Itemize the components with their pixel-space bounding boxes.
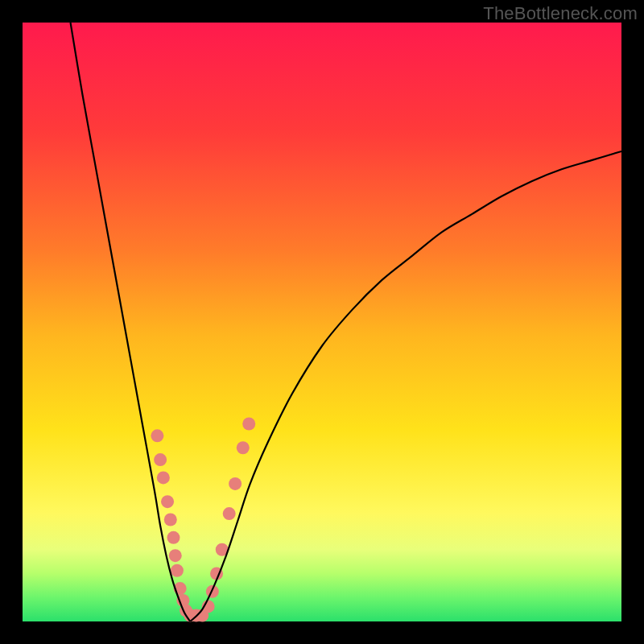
data-marker: [242, 417, 255, 430]
chart-frame: TheBottleneck.com: [0, 0, 644, 644]
data-marker: [151, 429, 163, 442]
data-marker: [229, 477, 242, 490]
data-marker: [171, 564, 184, 577]
data-marker: [161, 495, 174, 508]
data-marker: [157, 471, 170, 484]
watermark-text: TheBottleneck.com: [483, 3, 638, 24]
data-marker: [167, 531, 180, 544]
data-marker: [223, 507, 236, 520]
chart-svg: [23, 23, 621, 621]
plot-area: [23, 23, 621, 621]
data-marker: [164, 514, 177, 526]
data-marker: [169, 549, 182, 562]
data-marker: [237, 441, 250, 454]
right-branch-curve: [190, 151, 621, 621]
data-marker: [154, 453, 167, 466]
marker-layer: [151, 417, 255, 621]
